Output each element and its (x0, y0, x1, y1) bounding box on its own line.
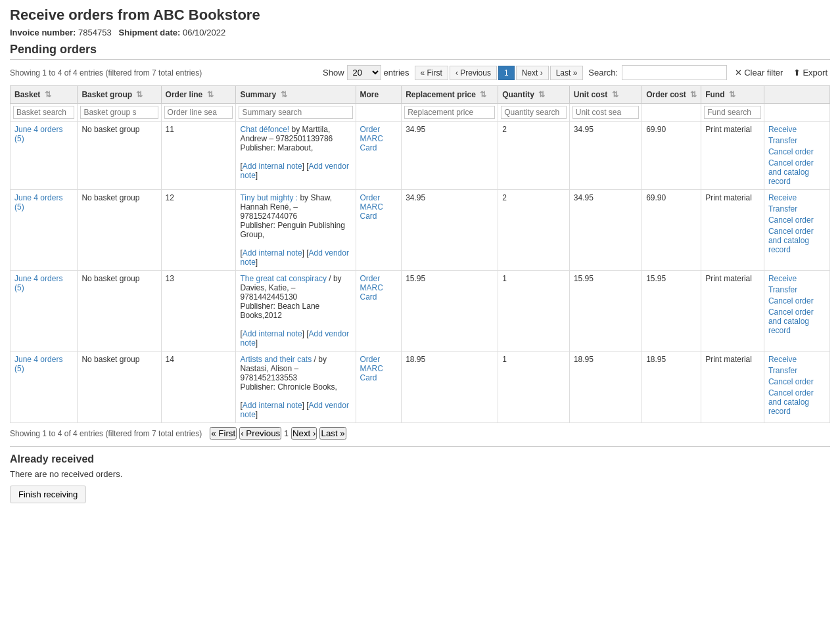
basket-cell: June 4 orders (5) (11, 190, 78, 271)
replacement-price-cell: 34.95 (402, 190, 498, 271)
basket-cell: June 4 orders (5) (11, 271, 78, 352)
order-line-cell: 11 (161, 122, 236, 190)
bottom-previous-button[interactable]: ‹ Previous (239, 427, 281, 440)
receive-link[interactable]: Receive (768, 125, 826, 134)
replacement-price-cell: 15.95 (402, 271, 498, 352)
replacement-price-filter[interactable] (404, 106, 495, 119)
cancel-order-link[interactable]: Cancel order (768, 377, 826, 386)
cancel-order-catalog-link[interactable]: Cancel order and catalog record (768, 227, 826, 254)
col-order-line[interactable]: Order line ⇅ (161, 86, 236, 104)
table-row: June 4 orders (5)No basket group14Artist… (11, 352, 830, 423)
bottom-first-button[interactable]: « First (210, 427, 237, 440)
fund-cell: Print material (701, 122, 764, 190)
unit-cost-filter[interactable] (572, 106, 639, 119)
next-button[interactable]: Next › (516, 66, 549, 80)
show-label: Show (323, 68, 344, 78)
order-line-cell: 14 (161, 352, 236, 423)
add-internal-note-link[interactable]: Add internal note (243, 162, 302, 171)
summary-title-link[interactable]: Chat défonce! (240, 125, 289, 134)
bottom-pager: Showing 1 to 4 of 4 entries (filtered fr… (10, 427, 830, 440)
filter-basket-cell (11, 104, 78, 122)
col-fund[interactable]: Fund ⇅ (701, 86, 764, 104)
add-internal-note-link[interactable]: Add internal note (243, 329, 302, 338)
order-line-filter[interactable] (164, 106, 233, 119)
receive-link[interactable]: Receive (768, 355, 826, 364)
order-cost-cell: 69.90 (642, 122, 701, 190)
basket-link[interactable]: June 4 orders (5) (14, 193, 62, 212)
basket-link[interactable]: June 4 orders (5) (14, 125, 62, 143)
order-marc-card-link[interactable]: Order MARC Card (360, 193, 383, 221)
first-button[interactable]: « First (415, 66, 448, 80)
entries-select[interactable]: 10 20 50 100 (347, 65, 381, 80)
col-order-cost[interactable]: Order cost ⇅ (642, 86, 701, 104)
quantity-filter[interactable] (501, 106, 567, 119)
filter-more-cell (356, 104, 402, 122)
bottom-next-button[interactable]: Next › (291, 427, 317, 440)
finish-receiving-button[interactable]: Finish receiving (10, 486, 86, 503)
summary-cell: Tiny but mighty : by Shaw, Hannah René, … (236, 190, 356, 271)
filter-row (11, 104, 830, 122)
col-basket[interactable]: Basket ⇅ (11, 86, 78, 104)
basket-link[interactable]: June 4 orders (5) (14, 355, 62, 373)
basket-link[interactable]: June 4 orders (5) (14, 274, 62, 292)
bottom-last-button[interactable]: Last » (319, 427, 346, 440)
entries-row: Show 10 20 50 100 entries (323, 65, 409, 80)
clear-filter-button[interactable]: ✕ Clear filter (732, 66, 785, 79)
cancel-order-link[interactable]: Cancel order (768, 216, 826, 225)
add-internal-note-link[interactable]: Add internal note (243, 248, 302, 258)
summary-sort-icon: ⇅ (281, 90, 287, 99)
filter-unit-cost-cell (569, 104, 642, 122)
col-actions (764, 86, 829, 104)
cancel-order-catalog-link[interactable]: Cancel order and catalog record (768, 158, 826, 186)
basket-sort-icon: ⇅ (45, 90, 51, 99)
cancel-order-catalog-link[interactable]: Cancel order and catalog record (768, 388, 826, 416)
add-internal-note-link[interactable]: Add internal note (243, 401, 302, 410)
filter-quantity-cell (498, 104, 570, 122)
col-replacement-price[interactable]: Replacement price ⇅ (402, 86, 498, 104)
transfer-link[interactable]: Transfer (768, 285, 826, 294)
summary-title-link[interactable]: Artists and their cats (240, 355, 312, 364)
basket-filter[interactable] (13, 106, 74, 119)
cancel-order-link[interactable]: Cancel order (768, 296, 826, 306)
summary-filter[interactable] (239, 106, 352, 119)
previous-button[interactable]: ‹ Previous (450, 66, 497, 80)
col-summary[interactable]: Summary ⇅ (236, 86, 356, 104)
pending-orders-heading: Pending orders (10, 43, 830, 60)
last-button[interactable]: Last » (550, 66, 584, 80)
basket-group-cell: No basket group (78, 352, 161, 423)
unit-cost-cell: 34.95 (569, 122, 642, 190)
cancel-order-catalog-link[interactable]: Cancel order and catalog record (768, 307, 826, 335)
clear-filter-icon: ✕ (735, 68, 742, 78)
basket-group-sort-icon: ⇅ (136, 90, 143, 99)
transfer-link[interactable]: Transfer (768, 136, 826, 145)
search-input[interactable] (622, 65, 727, 80)
cancel-order-link[interactable]: Cancel order (768, 147, 826, 156)
order-marc-card-link[interactable]: Order MARC Card (360, 125, 383, 152)
order-marc-card-link[interactable]: Order MARC Card (360, 355, 383, 382)
summary-cell: The great cat conspiracy / by Davies, Ka… (236, 271, 356, 352)
basket-group-filter[interactable] (80, 106, 158, 119)
unit-cost-cell: 34.95 (569, 190, 642, 271)
summary-title-link[interactable]: Tiny but mighty : (240, 193, 298, 202)
replacement-price-sort-icon: ⇅ (480, 90, 486, 99)
fund-filter[interactable] (704, 106, 761, 119)
summary-title-link[interactable]: The great cat conspiracy (240, 274, 326, 283)
filter-replacement-price-cell (402, 104, 498, 122)
transfer-link[interactable]: Transfer (768, 204, 826, 214)
col-more: More (356, 86, 402, 104)
fund-cell: Print material (701, 271, 764, 352)
order-marc-card-link[interactable]: Order MARC Card (360, 274, 383, 302)
transfer-link[interactable]: Transfer (768, 366, 826, 375)
table-row: June 4 orders (5)No basket group11Chat d… (11, 122, 830, 190)
col-basket-group[interactable]: Basket group ⇅ (78, 86, 161, 104)
showing-text: Showing 1 to 4 of 4 entries (filtered fr… (10, 68, 202, 78)
fund-cell: Print material (701, 352, 764, 423)
col-unit-cost[interactable]: Unit cost ⇅ (569, 86, 642, 104)
receive-link[interactable]: Receive (768, 274, 826, 283)
more-cell: Order MARC Card (356, 352, 402, 423)
order-line-sort-icon: ⇅ (207, 90, 214, 99)
receive-link[interactable]: Receive (768, 193, 826, 202)
col-quantity[interactable]: Quantity ⇅ (498, 86, 570, 104)
export-button[interactable]: ⬆ Export (791, 66, 830, 79)
entries-label: entries (384, 68, 409, 78)
